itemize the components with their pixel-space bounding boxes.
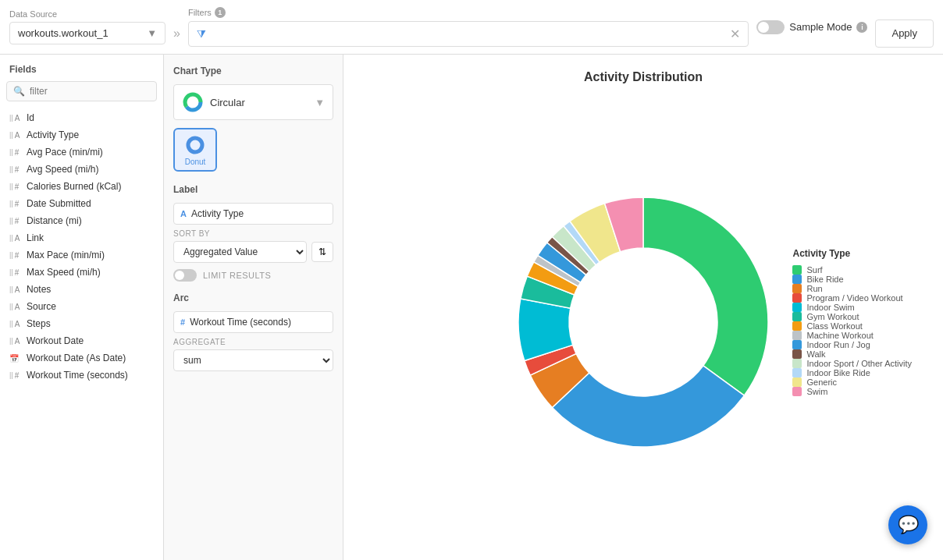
field-item[interactable]: || A Link bbox=[6, 229, 157, 246]
field-name: Max Pace (min/mi) bbox=[27, 250, 105, 261]
chart-container: Activity Type Surf Bike Ride Run Program… bbox=[359, 100, 927, 544]
field-name: Workout Time (seconds) bbox=[27, 370, 128, 381]
field-type-icon: || A bbox=[9, 337, 22, 346]
field-item[interactable]: || # Distance (mi) bbox=[6, 212, 157, 229]
sample-mode-row: Sample Mode i bbox=[756, 20, 867, 34]
field-name: Workout Date bbox=[27, 335, 84, 346]
search-icon: 🔍 bbox=[13, 86, 25, 97]
legend-label: Walk bbox=[806, 349, 825, 359]
field-item[interactable]: || A Source bbox=[6, 298, 157, 315]
legend-label: Indoor Run / Jog bbox=[806, 340, 870, 349]
limit-results-toggle[interactable] bbox=[173, 269, 197, 282]
chart-type-title: Chart Type bbox=[173, 66, 333, 76]
filters-label: Filters bbox=[188, 8, 212, 17]
field-item[interactable]: 📅 Workout Date (As Date) bbox=[6, 349, 157, 367]
legend-item: Gym Workout bbox=[792, 312, 912, 321]
legend-item: Indoor Bike Ride bbox=[792, 368, 912, 377]
field-item[interactable]: || # Workout Time (seconds) bbox=[6, 367, 157, 384]
fields-list: || A Id || A Activity Type || # Avg Pace… bbox=[6, 109, 157, 384]
chart-area: Activity Distribution Activity Type Surf… bbox=[343, 55, 943, 560]
datasource-label: Data Source bbox=[9, 9, 165, 19]
sort-by-label: SORT BY bbox=[173, 229, 333, 238]
legend-item: Indoor Sport / Other Activity bbox=[792, 359, 912, 368]
field-item[interactable]: || A Activity Type bbox=[6, 126, 157, 144]
chart-config-panel: Chart Type Circular ▼ Donut Label bbox=[164, 55, 343, 560]
field-type-icon: || A bbox=[9, 303, 22, 311]
field-item[interactable]: || A Steps bbox=[6, 315, 157, 332]
filter-icon: ⧩ bbox=[197, 27, 206, 41]
field-item[interactable]: || # Avg Pace (min/mi) bbox=[6, 144, 157, 161]
field-item[interactable]: || A Workout Date bbox=[6, 332, 157, 349]
filters-count-badge: 1 bbox=[215, 7, 226, 18]
label-field-name: Activity Type bbox=[191, 208, 244, 219]
legend-color bbox=[792, 340, 802, 349]
field-name: Distance (mi) bbox=[27, 215, 82, 226]
field-name: Max Speed (mi/h) bbox=[27, 267, 101, 278]
field-type-icon: || # bbox=[9, 268, 22, 277]
legend-color bbox=[792, 331, 802, 340]
chevron-down-icon: ▼ bbox=[147, 27, 157, 39]
legend-item: Bike Ride bbox=[792, 275, 912, 284]
legend-label: Generic bbox=[806, 377, 837, 387]
legend-color bbox=[792, 275, 802, 284]
clear-filters-button[interactable]: ✕ bbox=[730, 27, 740, 41]
datasource-section: Data Source workouts.workout_1 ▼ bbox=[9, 9, 165, 44]
sample-mode-toggle[interactable] bbox=[756, 20, 785, 34]
donut-variant-button[interactable]: Donut bbox=[173, 128, 217, 172]
aggregate-select[interactable]: sum avg count min max bbox=[173, 349, 333, 371]
limit-results-row: LIMIT RESULTS bbox=[173, 269, 333, 282]
legend-label: Swim bbox=[806, 387, 827, 396]
donut-icon bbox=[184, 134, 206, 156]
chart-type-selector[interactable]: Circular ▼ bbox=[173, 84, 333, 120]
chart-type-chevron-icon: ▼ bbox=[315, 97, 325, 108]
datasource-select[interactable]: workouts.workout_1 ▼ bbox=[9, 22, 165, 44]
circular-chart-icon bbox=[182, 91, 204, 113]
legend-items: Surf Bike Ride Run Program / Video Worko… bbox=[792, 265, 912, 396]
fields-search[interactable]: 🔍 bbox=[6, 81, 157, 101]
arc-field-pill[interactable]: # Workout Time (seconds) bbox=[173, 311, 333, 333]
legend-label: Indoor Swim bbox=[806, 303, 854, 312]
arc-section: Arc # Workout Time (seconds) AGGREGATE s… bbox=[173, 292, 333, 371]
field-item[interactable]: || # Calories Burned (kCal) bbox=[6, 178, 157, 195]
sort-order-button[interactable]: ⇅ bbox=[311, 242, 333, 262]
chat-bubble-button[interactable]: 💬 bbox=[888, 505, 927, 544]
field-name: Calories Burned (kCal) bbox=[27, 181, 121, 192]
field-type-icon: || A bbox=[9, 285, 22, 294]
field-item[interactable]: || A Notes bbox=[6, 281, 157, 298]
chart-type-value: Circular bbox=[210, 97, 245, 108]
fields-search-input[interactable] bbox=[30, 86, 150, 97]
field-type-icon: || # bbox=[9, 251, 22, 260]
field-name: Workout Date (As Date) bbox=[27, 353, 126, 363]
field-type-icon: || A bbox=[9, 234, 22, 243]
sample-mode-info-icon: i bbox=[856, 22, 867, 33]
legend: Activity Type Surf Bike Ride Run Program… bbox=[792, 248, 912, 396]
legend-item: Generic bbox=[792, 377, 912, 387]
filters-bar[interactable]: ⧩ ✕ bbox=[188, 21, 749, 47]
field-item[interactable]: || # Max Pace (min/mi) bbox=[6, 246, 157, 264]
field-item[interactable]: || A Id bbox=[6, 109, 157, 126]
apply-button[interactable]: Apply bbox=[875, 19, 934, 48]
field-name: Date Submitted bbox=[27, 198, 91, 209]
sample-mode-section: Sample Mode i bbox=[756, 20, 867, 34]
label-section-title: Label bbox=[173, 184, 333, 195]
field-item[interactable]: || # Max Speed (mi/h) bbox=[6, 264, 157, 281]
sort-by-select[interactable]: Aggregated Value bbox=[173, 241, 307, 263]
field-type-icon: || A bbox=[9, 131, 22, 140]
aggregate-label: AGGREGATE bbox=[173, 338, 333, 346]
field-name: Notes bbox=[27, 284, 51, 295]
field-item[interactable]: || # Avg Speed (mi/h) bbox=[6, 161, 157, 178]
chart-variant-grid: Donut bbox=[173, 128, 333, 172]
label-field-pill[interactable]: A Activity Type bbox=[173, 203, 333, 225]
field-type-icon: || # bbox=[9, 148, 22, 157]
datasource-value: workouts.workout_1 bbox=[18, 27, 109, 39]
field-item[interactable]: || # Date Submitted bbox=[6, 195, 157, 212]
arc-field-name: Workout Time (seconds) bbox=[190, 317, 291, 328]
legend-item: Program / Video Workout bbox=[792, 293, 912, 303]
legend-item: Swim bbox=[792, 387, 912, 396]
legend-color bbox=[792, 312, 802, 321]
field-name: Activity Type bbox=[27, 129, 79, 140]
pipe-arrow-icon: » bbox=[173, 27, 180, 41]
legend-color bbox=[792, 387, 802, 396]
legend-color bbox=[792, 368, 802, 377]
legend-label: Indoor Sport / Other Activity bbox=[806, 359, 912, 368]
